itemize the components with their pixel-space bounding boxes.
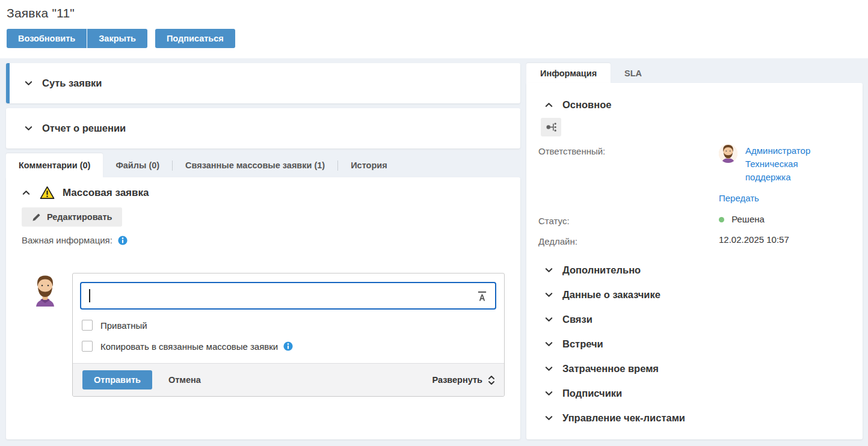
status-dot [719, 217, 724, 222]
important-info-label: Важная информация: [22, 235, 112, 245]
status-button-group: Возобновить Закрыть [7, 29, 147, 48]
comments-panel: Массовая заявка Редактировать Важная инф… [6, 177, 520, 439]
header-actions: Возобновить Закрыть Подписаться [7, 29, 868, 48]
copy-checkbox[interactable] [82, 341, 93, 352]
chevron-down-icon [544, 266, 553, 275]
section-meetings[interactable]: Встречи [526, 332, 863, 356]
edit-button[interactable]: Редактировать [22, 207, 122, 227]
close-request-button[interactable]: Закрыть [87, 29, 147, 48]
responsible-row: Ответственный: [526, 140, 863, 188]
transfer-link[interactable]: Передать [719, 193, 759, 203]
subscribe-button[interactable]: Подписаться [155, 29, 235, 48]
private-checkbox-label: Приватный [100, 320, 147, 331]
mass-request-header[interactable]: Массовая заявка [22, 186, 505, 200]
chevron-down-icon [24, 79, 33, 88]
section-customer-data[interactable]: Данные о заказчике [526, 283, 863, 307]
mass-request-title: Массовая заявка [63, 187, 149, 199]
tab-information[interactable]: Информация [526, 63, 611, 83]
section-essence-title: Суть заявки [42, 78, 102, 89]
status-value: Решена [731, 214, 765, 224]
section-report-title: Отчет о решении [42, 123, 126, 134]
section-report[interactable]: Отчет о решении [6, 108, 520, 148]
tab-comments[interactable]: Комментарии (0) [6, 153, 103, 177]
expand-button[interactable]: Развернуть [432, 375, 495, 385]
status-row: Статус: Решена [526, 210, 863, 230]
deadline-row: Дедлайн: 12.02.2025 10:57 [526, 230, 863, 251]
status-label: Статус: [538, 214, 719, 226]
chevron-down-icon [24, 124, 33, 133]
pencil-icon [32, 213, 41, 222]
section-additional[interactable]: Дополнительно [526, 258, 863, 283]
responsible-label: Ответственный: [538, 144, 719, 184]
section-time-spent[interactable]: Затраченное время [526, 356, 863, 381]
section-main[interactable]: Основное [526, 96, 863, 114]
section-relations[interactable]: Связи [526, 307, 863, 332]
chevron-down-icon [544, 364, 553, 373]
collapsed-sections: Дополнительно Данные о заказчике Связи В… [526, 258, 863, 430]
copy-checkbox-row: Копировать в связанные массовые заявки [82, 341, 496, 352]
copy-checkbox-label: Копировать в связанные массовые заявки [100, 341, 278, 352]
tab-linked-mass-requests[interactable]: Связанные массовые заявки (1) [173, 153, 337, 177]
deadline-label: Дедлайн: [538, 234, 719, 246]
chevron-up-icon [22, 188, 31, 197]
chevron-down-icon [544, 340, 553, 349]
send-button[interactable]: Отправить [82, 370, 152, 389]
left-tabs: Комментарии (0) Файлы (0) Связанные масс… [6, 153, 520, 177]
avatar[interactable] [719, 144, 737, 163]
info-icon[interactable] [118, 236, 128, 245]
tab-sla[interactable]: SLA [611, 63, 656, 83]
section-checklists[interactable]: Управление чек-листами [526, 406, 863, 430]
resume-button[interactable]: Возобновить [7, 29, 87, 48]
page-title: Заявка "11" [7, 6, 868, 20]
information-panel: Основное Ответственный: [526, 83, 863, 439]
chevron-down-icon [544, 414, 553, 423]
important-info-row: Важная информация: [22, 235, 505, 245]
left-column: Суть заявки Отчет о решении Комментарии … [6, 63, 520, 439]
text-format-icon[interactable] [477, 290, 487, 302]
responsible-link[interactable]: Администратор Техническая поддержка [745, 145, 810, 182]
avatar [32, 273, 58, 307]
chevron-up-icon [544, 100, 553, 109]
tab-history[interactable]: История [338, 153, 400, 177]
transfer-row: Передать [526, 188, 863, 210]
right-column: Информация SLA Основное Ответственный: [526, 63, 863, 439]
right-tabs: Информация SLA [526, 63, 863, 83]
section-essence[interactable]: Суть заявки [6, 63, 520, 103]
comment-box-inner: Приватный Копировать в связанные массовы… [73, 273, 504, 352]
deadline-value: 12.02.2025 10:57 [719, 234, 848, 246]
private-checkbox-row: Приватный [82, 320, 496, 331]
chevron-down-icon [544, 389, 553, 398]
section-subscribers[interactable]: Подписчики [526, 381, 863, 406]
text-cursor [89, 289, 90, 302]
page-header: Заявка "11" Возобновить Закрыть Подписат… [0, 0, 868, 58]
cancel-button[interactable]: Отмена [168, 375, 201, 385]
content-area: Суть заявки Отчет о решении Комментарии … [0, 58, 868, 446]
expand-updown-icon [488, 375, 495, 385]
chevron-down-icon [544, 315, 553, 324]
section-main-title: Основное [562, 99, 611, 111]
comment-input[interactable] [80, 282, 496, 310]
tab-files[interactable]: Файлы (0) [103, 153, 172, 177]
warning-icon [40, 186, 55, 200]
chevron-down-icon [544, 290, 553, 299]
private-checkbox[interactable] [82, 320, 93, 331]
comment-box: Приватный Копировать в связанные массовы… [72, 273, 505, 397]
hierarchy-button[interactable] [541, 118, 561, 136]
comment-compose-row: Приватный Копировать в связанные массовы… [22, 273, 505, 397]
hierarchy-icon [545, 121, 558, 133]
comment-footer: Отправить Отмена Развернуть [73, 363, 504, 396]
info-icon[interactable] [283, 341, 293, 351]
